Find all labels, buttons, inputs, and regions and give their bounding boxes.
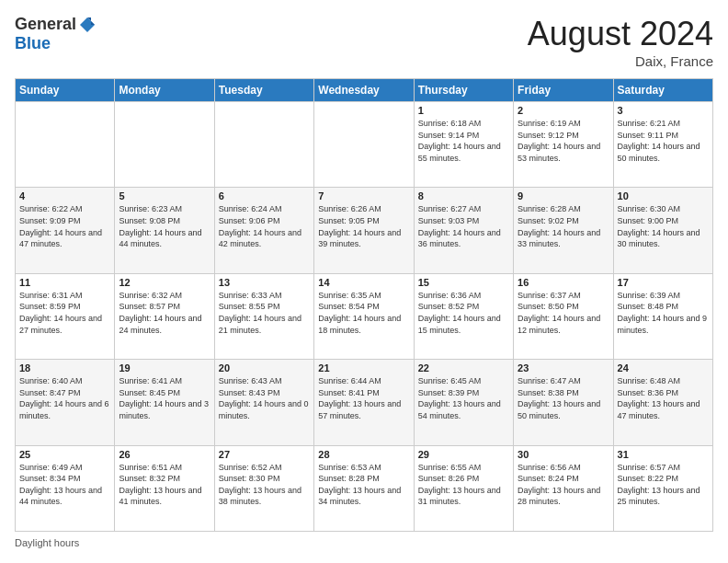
day-info: Sunrise: 6:30 AMSunset: 9:00 PMDaylight:… — [618, 203, 709, 249]
day-info: Sunrise: 6:28 AMSunset: 9:02 PMDaylight:… — [518, 203, 609, 249]
table-row: 4 Sunrise: 6:22 AMSunset: 9:09 PMDayligh… — [16, 188, 115, 273]
table-row — [314, 102, 414, 188]
calendar: Sunday Monday Tuesday Wednesday Thursday… — [15, 78, 713, 532]
table-row: 20 Sunrise: 6:43 AMSunset: 8:43 PMDaylig… — [214, 360, 313, 445]
day-number: 5 — [119, 190, 210, 201]
day-info: Sunrise: 6:24 AMSunset: 9:06 PMDaylight:… — [219, 203, 310, 249]
day-info: Sunrise: 6:21 AMSunset: 9:11 PMDaylight:… — [618, 118, 709, 164]
day-info: Sunrise: 6:23 AMSunset: 9:08 PMDaylight:… — [119, 203, 210, 249]
day-number: 25 — [19, 449, 110, 460]
day-number: 18 — [19, 362, 110, 373]
table-row: 12 Sunrise: 6:32 AMSunset: 8:57 PMDaylig… — [115, 273, 214, 359]
table-row: 26 Sunrise: 6:51 AMSunset: 8:32 PMDaylig… — [115, 445, 214, 531]
day-number: 11 — [19, 277, 110, 288]
day-info: Sunrise: 6:40 AMSunset: 8:47 PMDaylight:… — [19, 375, 110, 421]
day-number: 6 — [219, 190, 310, 201]
table-row: 24 Sunrise: 6:48 AMSunset: 8:36 PMDaylig… — [613, 360, 712, 445]
day-number: 30 — [518, 449, 609, 460]
table-row: 16 Sunrise: 6:37 AMSunset: 8:50 PMDaylig… — [514, 273, 613, 359]
day-number: 22 — [418, 362, 509, 373]
table-row: 31 Sunrise: 6:57 AMSunset: 8:22 PMDaylig… — [613, 445, 712, 531]
day-info: Sunrise: 6:48 AMSunset: 8:36 PMDaylight:… — [618, 375, 709, 421]
day-info: Sunrise: 6:37 AMSunset: 8:50 PMDaylight:… — [518, 290, 609, 336]
page: General Blue August 2024 Daix, France Su… — [0, 0, 728, 563]
day-info: Sunrise: 6:18 AMSunset: 9:14 PMDaylight:… — [418, 118, 509, 164]
day-info: Sunrise: 6:57 AMSunset: 8:22 PMDaylight:… — [618, 462, 709, 508]
table-row: 15 Sunrise: 6:36 AMSunset: 8:52 PMDaylig… — [414, 273, 513, 359]
table-row: 7 Sunrise: 6:26 AMSunset: 9:05 PMDayligh… — [314, 188, 414, 273]
table-row: 30 Sunrise: 6:56 AMSunset: 8:24 PMDaylig… — [514, 445, 613, 531]
calendar-week-row: 1 Sunrise: 6:18 AMSunset: 9:14 PMDayligh… — [16, 102, 713, 188]
table-row: 29 Sunrise: 6:55 AMSunset: 8:26 PMDaylig… — [414, 445, 513, 531]
day-info: Sunrise: 6:41 AMSunset: 8:45 PMDaylight:… — [119, 375, 210, 421]
calendar-week-row: 11 Sunrise: 6:31 AMSunset: 8:59 PMDaylig… — [16, 273, 713, 359]
day-number: 3 — [618, 105, 709, 116]
calendar-week-row: 4 Sunrise: 6:22 AMSunset: 9:09 PMDayligh… — [16, 188, 713, 273]
day-info: Sunrise: 6:35 AMSunset: 8:54 PMDaylight:… — [318, 290, 409, 336]
day-number: 16 — [518, 277, 609, 288]
title-block: August 2024 Daix, France — [528, 15, 713, 69]
day-info: Sunrise: 6:19 AMSunset: 9:12 PMDaylight:… — [518, 118, 609, 164]
table-row: 9 Sunrise: 6:28 AMSunset: 9:02 PMDayligh… — [514, 188, 613, 273]
location: Daix, France — [528, 53, 713, 69]
day-info: Sunrise: 6:44 AMSunset: 8:41 PMDaylight:… — [318, 375, 409, 421]
logo-icon — [78, 16, 97, 34]
day-number: 31 — [618, 449, 709, 460]
table-row: 14 Sunrise: 6:35 AMSunset: 8:54 PMDaylig… — [314, 273, 414, 359]
month-year: August 2024 — [528, 15, 713, 53]
calendar-header-row: Sunday Monday Tuesday Wednesday Thursday… — [16, 79, 713, 102]
table-row — [115, 102, 214, 188]
day-number: 7 — [318, 190, 409, 201]
day-number: 19 — [119, 362, 210, 373]
table-row: 13 Sunrise: 6:33 AMSunset: 8:55 PMDaylig… — [214, 273, 313, 359]
day-info: Sunrise: 6:26 AMSunset: 9:05 PMDaylight:… — [318, 203, 409, 249]
col-tuesday: Tuesday — [214, 79, 313, 102]
day-info: Sunrise: 6:31 AMSunset: 8:59 PMDaylight:… — [19, 290, 110, 336]
day-info: Sunrise: 6:49 AMSunset: 8:34 PMDaylight:… — [19, 462, 110, 508]
table-row: 6 Sunrise: 6:24 AMSunset: 9:06 PMDayligh… — [214, 188, 313, 273]
col-thursday: Thursday — [414, 79, 513, 102]
col-sunday: Sunday — [16, 79, 115, 102]
day-number: 27 — [219, 449, 310, 460]
day-number: 8 — [418, 190, 509, 201]
day-info: Sunrise: 6:55 AMSunset: 8:26 PMDaylight:… — [418, 462, 509, 508]
col-friday: Friday — [514, 79, 613, 102]
calendar-week-row: 25 Sunrise: 6:49 AMSunset: 8:34 PMDaylig… — [16, 445, 713, 531]
day-info: Sunrise: 6:45 AMSunset: 8:39 PMDaylight:… — [418, 375, 509, 421]
day-info: Sunrise: 6:22 AMSunset: 9:09 PMDaylight:… — [19, 203, 110, 249]
logo-blue-text: Blue — [15, 34, 51, 53]
day-info: Sunrise: 6:33 AMSunset: 8:55 PMDaylight:… — [219, 290, 310, 336]
table-row: 10 Sunrise: 6:30 AMSunset: 9:00 PMDaylig… — [613, 188, 712, 273]
table-row: 28 Sunrise: 6:53 AMSunset: 8:28 PMDaylig… — [314, 445, 414, 531]
table-row: 22 Sunrise: 6:45 AMSunset: 8:39 PMDaylig… — [414, 360, 513, 445]
day-number: 29 — [418, 449, 509, 460]
table-row: 23 Sunrise: 6:47 AMSunset: 8:38 PMDaylig… — [514, 360, 613, 445]
day-number: 28 — [318, 449, 409, 460]
day-number: 13 — [219, 277, 310, 288]
day-number: 14 — [318, 277, 409, 288]
day-number: 20 — [219, 362, 310, 373]
table-row: 1 Sunrise: 6:18 AMSunset: 9:14 PMDayligh… — [414, 102, 513, 188]
col-monday: Monday — [115, 79, 214, 102]
day-info: Sunrise: 6:39 AMSunset: 8:48 PMDaylight:… — [618, 290, 709, 336]
table-row: 18 Sunrise: 6:40 AMSunset: 8:47 PMDaylig… — [16, 360, 115, 445]
day-number: 17 — [618, 277, 709, 288]
logo-general-text: General — [15, 15, 76, 34]
day-number: 26 — [119, 449, 210, 460]
table-row: 8 Sunrise: 6:27 AMSunset: 9:03 PMDayligh… — [414, 188, 513, 273]
day-info: Sunrise: 6:47 AMSunset: 8:38 PMDaylight:… — [518, 375, 609, 421]
footer-note: Daylight hours — [15, 537, 713, 548]
day-info: Sunrise: 6:53 AMSunset: 8:28 PMDaylight:… — [318, 462, 409, 508]
day-info: Sunrise: 6:52 AMSunset: 8:30 PMDaylight:… — [219, 462, 310, 508]
header: General Blue August 2024 Daix, France — [15, 15, 713, 69]
table-row: 5 Sunrise: 6:23 AMSunset: 9:08 PMDayligh… — [115, 188, 214, 273]
table-row — [16, 102, 115, 188]
day-info: Sunrise: 6:51 AMSunset: 8:32 PMDaylight:… — [119, 462, 210, 508]
table-row: 21 Sunrise: 6:44 AMSunset: 8:41 PMDaylig… — [314, 360, 414, 445]
day-number: 12 — [119, 277, 210, 288]
day-number: 23 — [518, 362, 609, 373]
day-number: 2 — [518, 105, 609, 116]
table-row: 3 Sunrise: 6:21 AMSunset: 9:11 PMDayligh… — [613, 102, 712, 188]
logo: General Blue — [15, 15, 97, 53]
table-row: 27 Sunrise: 6:52 AMSunset: 8:30 PMDaylig… — [214, 445, 313, 531]
